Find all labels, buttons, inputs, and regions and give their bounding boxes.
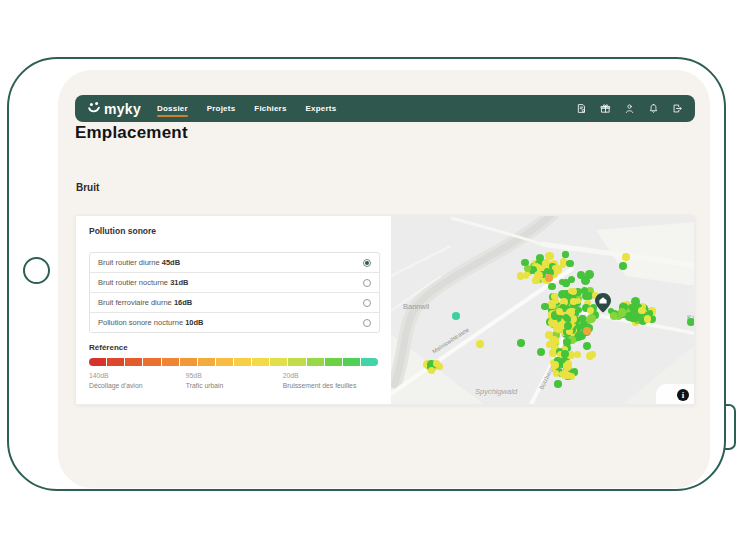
noise-panel: Pollution sonore Bruit routier diurne 45… bbox=[76, 216, 391, 405]
noise-map[interactable]: BannwilKaltSpychigwaldMeiniswilstrasseBü… bbox=[391, 216, 695, 405]
scale-marker: 20dBBruissement des feuilles bbox=[283, 371, 357, 390]
noise-dot-yellow bbox=[551, 293, 557, 299]
noise-dot-yellow bbox=[517, 272, 525, 280]
scale-segment bbox=[325, 358, 342, 366]
noise-dot-green bbox=[687, 318, 695, 326]
nav-item-fichiers[interactable]: Fichiers bbox=[254, 100, 286, 117]
decibel-scale-bar bbox=[89, 358, 378, 366]
noise-option-label: Bruit routier diurne 45dB bbox=[98, 258, 363, 267]
noise-dot-orange bbox=[545, 274, 553, 282]
noise-dot-yellow bbox=[556, 308, 563, 315]
noise-dot-green bbox=[548, 283, 555, 290]
noise-dot-yellow bbox=[570, 298, 576, 304]
noise-dot-teal bbox=[452, 312, 460, 320]
scale-segment bbox=[162, 358, 179, 366]
noise-dot-yellow bbox=[622, 253, 630, 261]
nav-item-projets[interactable]: Projets bbox=[207, 100, 236, 117]
page-title: Emplacement bbox=[75, 123, 188, 143]
noise-card: Pollution sonore Bruit routier diurne 45… bbox=[75, 215, 695, 405]
scale-segment bbox=[234, 358, 251, 366]
noise-option-label: Bruit routier nocturne 31dB bbox=[98, 278, 363, 287]
gift-icon[interactable] bbox=[600, 103, 611, 114]
bell-icon[interactable] bbox=[648, 103, 659, 114]
noise-dot-green bbox=[562, 279, 570, 287]
noise-panel-title: Pollution sonore bbox=[89, 226, 156, 236]
noise-dot-green bbox=[583, 342, 591, 350]
noise-dot-green bbox=[541, 303, 548, 310]
noise-dot-yellow bbox=[587, 307, 594, 314]
noise-option-row[interactable]: Pollution sonore nocturne 10dB bbox=[90, 312, 379, 332]
noise-dot-yellow bbox=[570, 288, 577, 295]
map-label-wood: Spychigwald bbox=[475, 387, 517, 396]
noise-dot-green bbox=[577, 271, 585, 279]
noise-option-row[interactable]: Bruit ferroviaire diurne 16dB bbox=[90, 292, 379, 312]
noise-dot-yellow bbox=[436, 363, 443, 370]
scale-segment bbox=[125, 358, 142, 366]
noise-dot-yellow bbox=[644, 315, 652, 323]
scale-segment bbox=[288, 358, 305, 366]
nav-item-experts[interactable]: Experts bbox=[306, 100, 337, 117]
smiley-logo-icon bbox=[87, 101, 101, 117]
myky-logo[interactable]: myky bbox=[87, 101, 141, 117]
noise-dot-orange bbox=[583, 327, 591, 335]
scale-segment bbox=[252, 358, 269, 366]
map-label-place: Bannwil bbox=[403, 302, 429, 311]
logo-text: myky bbox=[104, 101, 141, 117]
noise-dot-yellow bbox=[589, 351, 596, 358]
map-attribution-area bbox=[656, 384, 695, 405]
nav-item-dossier[interactable]: Dossier bbox=[157, 100, 188, 117]
scale-segment bbox=[307, 358, 324, 366]
noise-dot-green bbox=[564, 322, 572, 330]
info-icon[interactable]: i bbox=[677, 389, 689, 401]
noise-dot-green bbox=[562, 251, 568, 257]
scale-marker: 140dBDécollage d'avion bbox=[89, 371, 142, 390]
noise-option-radio[interactable] bbox=[363, 259, 371, 267]
noise-dot-yellow bbox=[548, 300, 557, 309]
scale-segment bbox=[216, 358, 233, 366]
decibel-scale-markers: 140dBDécollage d'avion95dBTrafic urbain2… bbox=[89, 371, 378, 395]
reference-title: Référence bbox=[89, 343, 128, 352]
home-pin-icon[interactable] bbox=[595, 293, 611, 317]
noise-option-radio[interactable] bbox=[363, 299, 371, 307]
top-navbar: myky DossierProjetsFichiersExperts bbox=[75, 95, 695, 122]
noise-dot-yellow bbox=[638, 307, 646, 315]
noise-dot-green bbox=[579, 315, 586, 322]
nav-menu: DossierProjetsFichiersExperts bbox=[157, 100, 576, 117]
noise-dot-lime bbox=[618, 308, 627, 317]
noise-dot-green bbox=[537, 348, 545, 356]
scale-segment bbox=[180, 358, 197, 366]
scale-segment bbox=[361, 358, 378, 366]
noise-option-row[interactable]: Bruit routier nocturne 31dB bbox=[90, 272, 379, 292]
noise-dot-yellow bbox=[476, 340, 484, 348]
noise-option-radio[interactable] bbox=[363, 319, 371, 327]
noise-option-label: Pollution sonore nocturne 10dB bbox=[98, 318, 363, 327]
nav-icon-group bbox=[576, 103, 683, 114]
noise-dot-green bbox=[585, 270, 594, 279]
noise-option-radio[interactable] bbox=[363, 279, 371, 287]
scale-segment bbox=[270, 358, 287, 366]
tablet-home-button bbox=[23, 257, 50, 284]
noise-dot-yellow bbox=[545, 252, 554, 261]
scale-segment bbox=[198, 358, 215, 366]
section-label-bruit: Bruit bbox=[76, 182, 99, 193]
noise-dot-green bbox=[619, 262, 627, 270]
clipboard-icon[interactable] bbox=[576, 103, 587, 114]
noise-option-label: Bruit ferroviaire diurne 16dB bbox=[98, 298, 363, 307]
noise-dot-green bbox=[554, 380, 562, 388]
noise-dot-green bbox=[563, 314, 569, 320]
noise-dot-green bbox=[566, 260, 573, 267]
noise-dot-green bbox=[625, 312, 633, 320]
noise-dot-green bbox=[517, 339, 525, 347]
scale-segment bbox=[143, 358, 160, 366]
app-screen: myky DossierProjetsFichiersExperts bbox=[58, 70, 710, 488]
scale-segment bbox=[343, 358, 360, 366]
tablet-mockup-illustration: myky DossierProjetsFichiersExperts bbox=[0, 0, 738, 554]
scale-segment bbox=[107, 358, 124, 366]
noise-option-row[interactable]: Bruit routier diurne 45dB bbox=[90, 253, 379, 272]
noise-options-list: Bruit routier diurne 45dBBruit routier n… bbox=[89, 252, 380, 333]
scale-marker: 95dBTrafic urbain bbox=[186, 371, 224, 390]
scale-segment bbox=[89, 358, 106, 366]
noise-dot-yellow bbox=[549, 337, 555, 343]
logout-icon[interactable] bbox=[672, 103, 683, 114]
user-icon[interactable] bbox=[624, 103, 635, 114]
